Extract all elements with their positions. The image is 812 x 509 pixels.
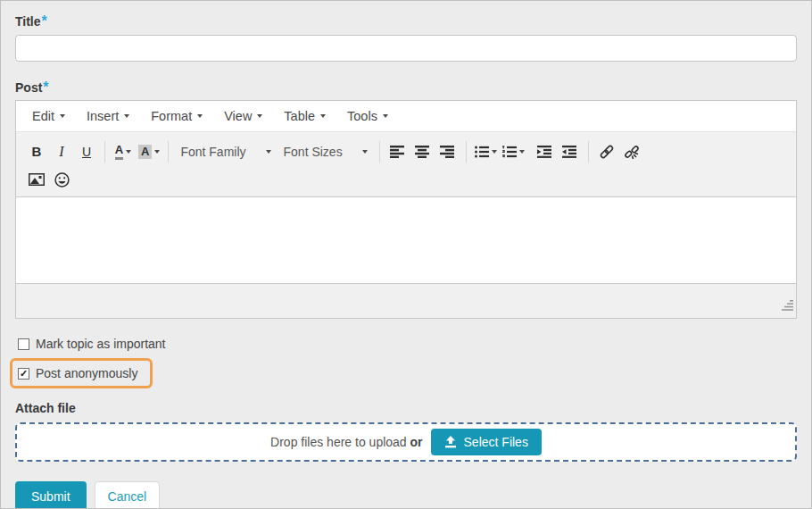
editor-content-area[interactable] bbox=[16, 196, 796, 284]
indent-icon bbox=[537, 146, 552, 158]
align-center-button[interactable] bbox=[410, 140, 435, 163]
outdent-icon bbox=[562, 146, 577, 158]
background-color-button[interactable]: A bbox=[136, 140, 162, 163]
font-sizes-select[interactable]: Font Sizes bbox=[278, 140, 374, 163]
chevron-down-icon bbox=[154, 150, 160, 154]
chevron-down-icon bbox=[383, 114, 388, 118]
numbered-list-button[interactable] bbox=[500, 140, 527, 163]
bullet-list-icon bbox=[475, 146, 489, 158]
toolbar-separator bbox=[379, 141, 380, 163]
rich-text-editor: Edit Insert Format View Table Tools B I … bbox=[15, 100, 797, 319]
toolbar-row-2 bbox=[21, 166, 791, 193]
editor-statusbar bbox=[16, 284, 796, 318]
or-text: or bbox=[410, 435, 423, 449]
unlink-icon bbox=[624, 145, 640, 159]
toolbar-row-1: B I U A A Font Family Font Sizes bbox=[21, 137, 791, 166]
options-section: Mark topic as important ✓ Post anonymous… bbox=[15, 333, 797, 388]
numbered-list-icon bbox=[502, 146, 517, 158]
menu-edit[interactable]: Edit bbox=[21, 105, 76, 127]
title-label: Title bbox=[15, 14, 41, 29]
text-color-button[interactable]: A bbox=[111, 140, 136, 163]
form-actions: Submit Cancel bbox=[15, 481, 797, 509]
bullet-list-button[interactable] bbox=[472, 140, 500, 163]
menu-format[interactable]: Format bbox=[140, 105, 213, 127]
font-family-label: Font Family bbox=[180, 145, 245, 159]
select-files-label: Select Files bbox=[464, 435, 528, 449]
align-right-icon bbox=[440, 146, 455, 158]
attach-file-label: Attach file bbox=[15, 401, 797, 415]
cancel-button[interactable]: Cancel bbox=[95, 481, 161, 509]
drop-files-text: Drop files here to upload bbox=[270, 435, 407, 449]
anonymous-checkbox[interactable]: ✓ bbox=[18, 368, 29, 380]
menu-view[interactable]: View bbox=[213, 105, 273, 127]
font-family-select[interactable]: Font Family bbox=[174, 140, 277, 163]
menu-insert[interactable]: Insert bbox=[76, 105, 140, 127]
insert-link-button[interactable] bbox=[594, 140, 619, 163]
resize-grip-icon bbox=[781, 300, 793, 312]
required-asterisk: * bbox=[43, 79, 48, 95]
align-right-button[interactable] bbox=[435, 140, 460, 163]
toolbar-separator bbox=[104, 141, 105, 163]
title-input[interactable] bbox=[15, 35, 797, 62]
title-label-row: Title* bbox=[15, 13, 797, 29]
italic-button[interactable]: I bbox=[49, 140, 74, 163]
post-label: Post bbox=[15, 80, 42, 95]
orange-highlight-annotation: ✓ Post anonymously bbox=[10, 358, 153, 388]
chevron-down-icon bbox=[126, 150, 131, 154]
toolbar-separator bbox=[168, 141, 169, 163]
anonymous-checkbox-row[interactable]: ✓ Post anonymously bbox=[18, 363, 137, 384]
chevron-down-icon bbox=[197, 114, 203, 118]
select-files-button[interactable]: Select Files bbox=[431, 429, 542, 455]
important-checkbox-label[interactable]: Mark topic as important bbox=[36, 337, 166, 351]
important-checkbox[interactable] bbox=[18, 338, 29, 350]
menu-tools-label: Tools bbox=[347, 109, 377, 123]
text-color-icon: A bbox=[115, 144, 123, 160]
important-checkbox-row[interactable]: Mark topic as important bbox=[18, 333, 797, 355]
insert-image-button[interactable] bbox=[24, 168, 49, 191]
outdent-button[interactable] bbox=[558, 140, 583, 163]
chevron-down-icon bbox=[362, 150, 368, 154]
indent-button[interactable] bbox=[533, 140, 558, 163]
dropzone-text: Drop files here to upload or bbox=[270, 435, 422, 449]
emoticons-button[interactable] bbox=[49, 168, 74, 191]
chevron-down-icon bbox=[124, 114, 129, 118]
bold-button[interactable]: B bbox=[24, 140, 49, 163]
anonymous-checkbox-label[interactable]: Post anonymously bbox=[36, 366, 137, 380]
font-sizes-label: Font Sizes bbox=[284, 145, 343, 159]
toolbar-separator bbox=[466, 141, 467, 163]
underline-button[interactable]: U bbox=[74, 140, 99, 163]
menu-table-label: Table bbox=[284, 109, 315, 123]
italic-icon: I bbox=[59, 144, 63, 160]
required-asterisk: * bbox=[42, 13, 47, 29]
upload-icon bbox=[444, 436, 457, 448]
chevron-down-icon bbox=[320, 114, 326, 118]
resize-grip-handle[interactable] bbox=[781, 299, 793, 315]
background-color-icon: A bbox=[138, 145, 152, 159]
post-label-row: Post* bbox=[15, 79, 797, 96]
file-dropzone[interactable]: Drop files here to upload or Select File… bbox=[15, 422, 797, 462]
chevron-down-icon bbox=[266, 150, 271, 154]
chevron-down-icon bbox=[492, 150, 497, 154]
bold-icon: B bbox=[32, 144, 42, 159]
underline-icon: U bbox=[82, 145, 91, 159]
menu-format-label: Format bbox=[151, 109, 192, 123]
remove-link-button[interactable] bbox=[619, 140, 644, 163]
align-left-button[interactable] bbox=[385, 140, 410, 163]
menu-tools[interactable]: Tools bbox=[336, 105, 399, 127]
align-center-icon bbox=[415, 146, 430, 158]
editor-menubar: Edit Insert Format View Table Tools bbox=[16, 101, 796, 132]
editor-toolbar: B I U A A Font Family Font Sizes bbox=[16, 132, 796, 196]
menu-insert-label: Insert bbox=[87, 109, 119, 123]
menu-view-label: View bbox=[224, 109, 252, 123]
align-left-icon bbox=[390, 146, 405, 158]
smiley-icon bbox=[54, 172, 70, 188]
submit-button[interactable]: Submit bbox=[15, 481, 87, 509]
chevron-down-icon bbox=[519, 150, 525, 154]
toolbar-separator bbox=[588, 141, 589, 163]
chevron-down-icon bbox=[60, 114, 65, 118]
chevron-down-icon bbox=[257, 114, 262, 118]
image-icon bbox=[29, 173, 45, 186]
menu-table[interactable]: Table bbox=[273, 105, 336, 127]
new-topic-form: Title* Post* Edit Insert Format View Tab… bbox=[1, 1, 811, 509]
link-icon bbox=[599, 145, 615, 159]
